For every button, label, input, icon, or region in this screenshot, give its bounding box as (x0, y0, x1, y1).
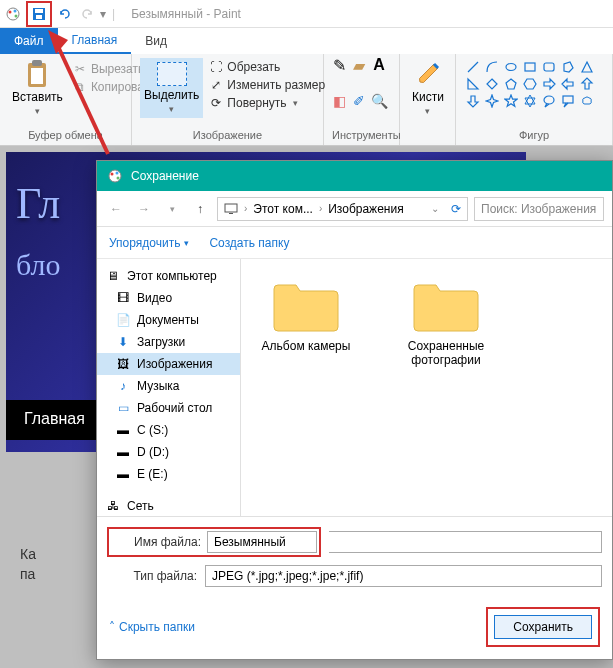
tree-pictures[interactable]: 🖼Изображения (97, 353, 240, 375)
rotate-button[interactable]: ⟳Повернуть▾ (209, 96, 325, 110)
dialog-title: Сохранение (131, 169, 199, 183)
tree-documents[interactable]: 📄Документы (97, 309, 240, 331)
shape-5star-icon[interactable] (504, 94, 520, 108)
filename-input-ext[interactable] (329, 531, 602, 553)
svg-rect-34 (225, 204, 237, 212)
shape-callout-rect-icon[interactable] (561, 94, 577, 108)
shape-callout-round-icon[interactable] (542, 94, 558, 108)
search-input[interactable]: Поиск: Изображения (474, 197, 604, 221)
filetype-select[interactable]: JPEG (*.jpg;*.jpeg;*.jpe;*.jfif) (205, 565, 602, 587)
save-icon[interactable] (30, 5, 48, 23)
zoom-icon[interactable]: 🔍 (372, 94, 386, 108)
dialog-title-bar[interactable]: Сохранение (97, 161, 612, 191)
tree-videos[interactable]: 🎞Видео (97, 287, 240, 309)
shape-arrow-right-icon[interactable] (542, 77, 558, 91)
shape-arrow-down-icon[interactable] (466, 94, 482, 108)
folder-camera[interactable]: Альбом камеры (251, 277, 361, 353)
nav-dropdown-icon[interactable]: ▾ (161, 198, 183, 220)
resize-button[interactable]: ⤢Изменить размер (209, 78, 325, 92)
svg-point-33 (117, 177, 120, 180)
monitor-icon: 🖥 (105, 268, 121, 284)
svg-marker-20 (544, 79, 555, 89)
tree-network[interactable]: 🖧Сеть (97, 495, 240, 516)
shape-arrow-left-icon[interactable] (561, 77, 577, 91)
svg-point-3 (15, 14, 18, 17)
save-button-highlight: Сохранить (486, 607, 600, 647)
tree-drive-e[interactable]: ▬E (E:) (97, 463, 240, 485)
svg-marker-25 (505, 95, 517, 106)
folder-saved[interactable]: Сохраненные фотографии (391, 277, 501, 367)
crop-button[interactable]: ⛶Обрезать (209, 60, 325, 74)
tree-music[interactable]: ♪Музыка (97, 375, 240, 397)
shape-pentagon-icon[interactable] (504, 77, 520, 91)
file-list[interactable]: Альбом камеры Сохраненные фотографии (241, 259, 612, 516)
refresh-icon[interactable]: ⟳ (451, 202, 461, 216)
shape-polygon-icon[interactable] (561, 60, 577, 74)
hide-folders-button[interactable]: ˄ Скрыть папки (109, 620, 195, 634)
brush-icon (414, 60, 442, 88)
pencil-icon[interactable]: ✎ (332, 58, 346, 72)
shape-right-triangle-icon[interactable] (466, 77, 482, 91)
nav-forward-icon: → (133, 198, 155, 220)
picker-icon[interactable]: ✐ (352, 94, 366, 108)
tab-view[interactable]: Вид (131, 28, 181, 54)
shape-callout-cloud-icon[interactable] (580, 94, 596, 108)
breadcrumb[interactable]: › Этот ком... › Изображения ⌄ ⟳ (217, 197, 468, 221)
shape-rect-icon[interactable] (523, 60, 539, 74)
window-title: Безымянный - Paint (131, 7, 241, 21)
tree-this-pc[interactable]: 🖥 Этот компьютер (97, 265, 240, 287)
tree-desktop[interactable]: ▭Рабочий стол (97, 397, 240, 419)
shape-roundrect-icon[interactable] (542, 60, 558, 74)
tab-home[interactable]: Главная (58, 28, 132, 54)
shape-triangle-icon[interactable] (580, 60, 596, 74)
svg-marker-24 (486, 95, 498, 107)
paint-app-icon (107, 168, 123, 184)
shape-diamond-icon[interactable] (485, 77, 501, 91)
canvas-below-1: Ка (20, 546, 36, 562)
breadcrumb-thispc[interactable]: Этот ком... (253, 202, 313, 216)
svg-point-2 (14, 9, 17, 12)
breadcrumb-dropdown-icon[interactable]: ⌄ (431, 203, 439, 214)
svg-rect-8 (32, 60, 42, 66)
shape-hexagon-icon[interactable] (523, 77, 539, 91)
nav-up-icon[interactable]: ↑ (189, 198, 211, 220)
new-folder-button[interactable]: Создать папку (209, 236, 289, 250)
shape-oval-icon[interactable] (504, 60, 520, 74)
undo-icon[interactable] (56, 5, 74, 23)
canvas-text-1: Гл (16, 178, 60, 229)
text-icon[interactable]: A (372, 58, 386, 72)
fill-icon[interactable]: ▰ (352, 58, 366, 72)
shape-line-icon[interactable] (466, 60, 482, 74)
tree-downloads[interactable]: ⬇Загрузки (97, 331, 240, 353)
shapes-gallery[interactable] (464, 58, 598, 110)
save-dialog: Сохранение ← → ▾ ↑ › Этот ком... › Изобр… (96, 160, 613, 660)
resize-icon: ⤢ (209, 78, 223, 92)
nav-tree[interactable]: 🖥 Этот компьютер 🎞Видео 📄Документы ⬇Загр… (97, 259, 241, 516)
monitor-icon (224, 202, 238, 216)
select-button[interactable]: Выделить ▾ (140, 58, 203, 118)
eraser-icon[interactable]: ◧ (332, 94, 346, 108)
ribbon-tabs: Файл Главная Вид (0, 28, 613, 54)
tree-drive-c[interactable]: ▬C (S:) (97, 419, 240, 441)
brushes-button[interactable]: Кисти ▾ (408, 58, 448, 118)
svg-point-11 (506, 64, 516, 71)
svg-rect-29 (563, 96, 573, 103)
organize-button[interactable]: Упорядочить ▾ (109, 236, 189, 250)
shape-curve-icon[interactable] (485, 60, 501, 74)
network-icon: 🖧 (105, 498, 121, 514)
drive-icon: ▬ (115, 466, 131, 482)
scissors-icon: ✂ (73, 62, 87, 76)
filename-input[interactable]: Безымянный (207, 531, 317, 553)
paste-button[interactable]: Вставить ▾ (8, 58, 67, 118)
breadcrumb-folder[interactable]: Изображения (328, 202, 403, 216)
shape-6star-icon[interactable] (523, 94, 539, 108)
tree-drive-d[interactable]: ▬D (D:) (97, 441, 240, 463)
desktop-icon: ▭ (115, 400, 131, 416)
shape-4star-icon[interactable] (485, 94, 501, 108)
filename-label: Имя файла: (111, 535, 201, 549)
shape-arrow-up-icon[interactable] (580, 77, 596, 91)
svg-rect-9 (31, 68, 43, 84)
save-button[interactable]: Сохранить (494, 615, 592, 639)
chevron-up-icon: ˄ (109, 620, 115, 634)
tab-file[interactable]: Файл (0, 28, 58, 54)
